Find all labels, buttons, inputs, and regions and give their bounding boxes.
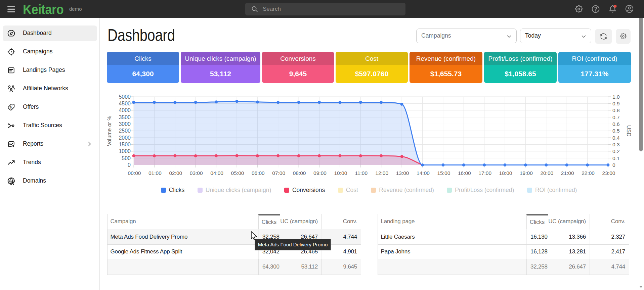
svg-text:0.3: 0.3	[612, 142, 620, 147]
svg-text:0.1: 0.1	[612, 155, 620, 161]
svg-text:USD: USD	[626, 125, 632, 137]
svg-text:0: 0	[612, 162, 615, 168]
svg-text:04:00: 04:00	[210, 170, 223, 176]
svg-text:0.8: 0.8	[612, 107, 620, 113]
svg-text:0.7: 0.7	[612, 114, 620, 120]
svg-text:500: 500	[122, 155, 131, 161]
svg-text:23:00: 23:00	[602, 170, 615, 176]
svg-text:1500: 1500	[119, 142, 131, 147]
svg-text:12:00: 12:00	[375, 170, 388, 176]
svg-text:09:00: 09:00	[313, 170, 327, 176]
svg-text:4000: 4000	[119, 107, 131, 113]
svg-text:00:00: 00:00	[128, 170, 141, 176]
svg-text:2500: 2500	[119, 128, 131, 134]
svg-text:0.5: 0.5	[612, 128, 620, 134]
svg-text:4500: 4500	[119, 101, 131, 106]
svg-text:20:00: 20:00	[540, 170, 553, 176]
svg-text:22:00: 22:00	[582, 170, 595, 176]
svg-text:2000: 2000	[119, 135, 131, 141]
svg-text:0.4: 0.4	[612, 135, 620, 141]
svg-text:11:00: 11:00	[355, 170, 368, 176]
svg-text:06:00: 06:00	[252, 170, 265, 176]
svg-text:13:00: 13:00	[396, 170, 409, 176]
svg-text:05:00: 05:00	[231, 170, 244, 176]
svg-text:18:00: 18:00	[499, 170, 512, 176]
svg-text:15:00: 15:00	[437, 170, 450, 176]
svg-text:1000: 1000	[119, 148, 131, 154]
svg-text:Volume or %: Volume or %	[106, 116, 112, 146]
svg-text:14:00: 14:00	[417, 170, 430, 176]
svg-text:08:00: 08:00	[293, 170, 306, 176]
svg-text:0.9: 0.9	[612, 101, 620, 106]
svg-text:3500: 3500	[119, 114, 131, 120]
svg-text:01:00: 01:00	[148, 170, 162, 176]
svg-text:3000: 3000	[119, 121, 131, 127]
svg-text:10:00: 10:00	[334, 170, 347, 176]
svg-text:0.6: 0.6	[612, 121, 620, 127]
svg-text:07:00: 07:00	[272, 170, 285, 176]
svg-text:16:00: 16:00	[458, 170, 471, 176]
svg-text:21:00: 21:00	[561, 170, 574, 176]
svg-text:03:00: 03:00	[190, 170, 203, 176]
svg-text:0: 0	[128, 162, 131, 168]
svg-text:0.2: 0.2	[612, 148, 620, 154]
svg-text:1.0: 1.0	[612, 94, 620, 100]
svg-text:5000: 5000	[119, 94, 131, 100]
svg-text:19:00: 19:00	[520, 170, 533, 176]
svg-text:17:00: 17:00	[478, 170, 491, 176]
svg-text:02:00: 02:00	[169, 170, 182, 176]
